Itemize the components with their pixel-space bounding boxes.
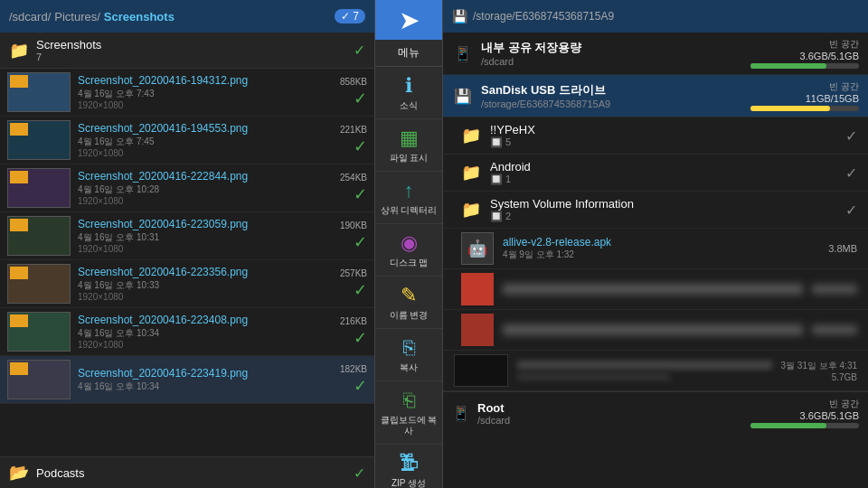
dark-meta: 3월 31일 보후 4:31 5.7GB — [781, 360, 857, 382]
menu-label: 디스크 맵 — [390, 258, 429, 268]
file-size: 221KB — [340, 125, 367, 135]
menu-item-이름 변경[interactable]: ✎ 이름 변경 — [375, 277, 442, 329]
menu-item-소식[interactable]: ℹ 소식 — [375, 67, 442, 119]
ypeHX-folder[interactable]: 📁 !!YPeHX 🔲 5 ✓ — [443, 117, 868, 155]
file-item[interactable]: Screenshot_20200416-223408.png 4월 16일 오후… — [0, 308, 374, 356]
file-name: Screenshot_20200416-223059.png — [78, 218, 333, 230]
file-thumbnail — [7, 216, 71, 256]
apk-icon: 🤖 — [467, 239, 487, 258]
file-name: Screenshot_20200416-194553.png — [78, 122, 333, 135]
file-size: 257KB — [340, 268, 367, 278]
apk-size: 3.8MB — [828, 243, 857, 254]
menu-icon: ℹ — [405, 74, 412, 98]
blurred-row-2[interactable] — [443, 310, 868, 351]
file-date: 4월 16일 오후 7:43 — [78, 88, 333, 100]
file-info: Screenshot_20200416-194312.png 4월 16일 오후… — [78, 74, 333, 110]
left-panel: /sdcard/ Pictures/ Screenshots ✓ 7 📁 Scr… — [0, 0, 375, 488]
dark-text-sub — [517, 373, 670, 380]
menu-icon: ⎘ — [403, 336, 415, 360]
right-header-path: /storage/E6368745368715A9 — [473, 10, 614, 23]
dark-text-wrap — [517, 361, 772, 380]
internal-storage-item[interactable]: 📱 내부 공유 저장용량 /sdcard 빈 공간 3.6GB/5.1GB — [443, 33, 868, 75]
storage-path: /storage/E6368745368715A9 — [473, 10, 614, 23]
file-info: Screenshot_20200416-223059.png 4월 16일 오후… — [78, 218, 333, 254]
android-info: Android 🔲 1 — [490, 160, 836, 185]
ypeHX-info: !!YPeHX 🔲 5 — [490, 123, 836, 148]
menu-label: 복사 — [400, 362, 418, 373]
file-item[interactable]: Screenshot_20200416-194553.png 4월 16일 오후… — [0, 117, 374, 164]
menu-item-클립보드에 복사[interactable]: ⎗ 클립보드에 복사 — [375, 381, 442, 445]
file-date: 4월 16일 오후 10:28 — [78, 183, 333, 196]
file-check-icon: ✓ — [354, 136, 367, 156]
android-icon: 📁 — [461, 163, 481, 183]
file-check-icon: ✓ — [354, 280, 367, 300]
check-mark: ✓ — [341, 10, 350, 23]
file-dim: 1920×1080 — [78, 292, 333, 302]
menu-icon: ◉ — [401, 231, 418, 255]
file-count-badge: ✓ 7 — [335, 9, 365, 23]
breadcrumb-screenshots[interactable]: Screenshots — [104, 10, 175, 23]
sandisk-info: SanDisk USB 드라이브 /storage/E6368745368715… — [481, 82, 743, 109]
file-name: Screenshot_20200416-223356.png — [78, 266, 333, 278]
system-volume-icon: 📁 — [461, 200, 481, 220]
file-info: Screenshot_20200416-223419.png 4월 16일 오후… — [78, 367, 333, 393]
file-item[interactable]: Screenshot_20200416-223059.png 4월 16일 오후… — [0, 212, 374, 260]
system-volume-info: System Volume Information 🔲 2 — [490, 197, 836, 222]
android-name: Android — [490, 160, 836, 174]
apk-thumb: 🤖 — [461, 232, 494, 265]
ypeHX-name: !!YPeHX — [490, 123, 836, 136]
file-right: 221KB ✓ — [340, 125, 367, 156]
menu-item-복사[interactable]: ⎘ 복사 — [375, 329, 442, 381]
android-check: ✓ — [845, 164, 857, 182]
blurred-size-2 — [812, 325, 857, 334]
file-info: Screenshot_20200416-222844.png 4월 16일 오후… — [78, 170, 333, 206]
file-name: Screenshot_20200416-194312.png — [78, 74, 333, 87]
file-check-icon: ✓ — [354, 232, 367, 252]
podcasts-folder-row[interactable]: 📂 Podcasts ✓ — [0, 456, 374, 488]
file-item[interactable]: Screenshot_20200416-223356.png 4월 16일 오후… — [0, 260, 374, 308]
system-volume-check: ✓ — [845, 202, 857, 219]
android-sub: 🔲 1 — [490, 174, 836, 185]
android-folder[interactable]: 📁 Android 🔲 1 ✓ — [443, 155, 868, 192]
dark-large-row[interactable]: 3월 31일 보후 4:31 5.7GB — [443, 351, 868, 391]
menu-item-파일 표시[interactable]: ▦ 파일 표시 — [375, 119, 442, 172]
file-item[interactable]: Screenshot_20200416-194312.png 4월 16일 오후… — [0, 69, 374, 117]
file-date: 4월 16일 오후 10:34 — [78, 327, 333, 340]
menu-item-ZIP 생성[interactable]: 🗜 ZIP 생성 — [375, 445, 442, 488]
dark-thumb — [454, 354, 508, 387]
dark-text-line — [517, 361, 772, 370]
menu-item-디스크 맵[interactable]: ◉ 디스크 맵 — [375, 224, 442, 277]
file-item[interactable]: Screenshot_20200416-223419.png 4월 16일 오후… — [0, 356, 374, 404]
root-size: 3.6GB/5.1GB — [750, 410, 859, 421]
podcasts-folder-icon: 📂 — [9, 463, 29, 483]
system-volume-folder[interactable]: 📁 System Volume Information 🔲 2 ✓ — [443, 192, 868, 229]
blurred-row-1[interactable] — [443, 269, 868, 310]
breadcrumb-sdcard[interactable]: /sdcard/ — [9, 10, 51, 23]
root-name: Root — [477, 401, 743, 415]
root-icon: 📱 — [452, 405, 470, 422]
storage-header-icon: 💾 — [452, 9, 467, 23]
internal-storage-sub: /sdcard — [481, 56, 743, 67]
apk-file-row[interactable]: 🤖 allive-v2.8-release.apk 4월 9일 오후 1:32 … — [443, 229, 868, 269]
root-row[interactable]: 📱 Root /sdcard 빈 공간 3.6GB/5.1GB — [443, 391, 868, 434]
sandisk-storage-item[interactable]: 💾 SanDisk USB 드라이브 /storage/E63687453687… — [443, 75, 868, 117]
file-name: Screenshot_20200416-223408.png — [78, 314, 333, 326]
internal-storage-label: 빈 공간 — [750, 38, 859, 51]
screenshots-folder-row[interactable]: 📁 Screenshots 7 ✓ — [0, 33, 374, 69]
podcasts-name: Podcasts — [36, 466, 84, 480]
transfer-arrow[interactable]: ➤ — [375, 0, 442, 40]
menu-label: 소식 — [400, 100, 418, 111]
left-header: /sdcard/ Pictures/ Screenshots ✓ 7 — [0, 0, 374, 33]
menu-item-상위 디렉터리[interactable]: ↑ 상위 디렉터리 — [375, 172, 442, 224]
breadcrumb-pictures[interactable]: Pictures/ — [54, 10, 100, 23]
internal-storage-icon: 📱 — [452, 45, 474, 62]
apk-date: 4월 9일 오후 1:32 — [503, 249, 819, 261]
file-dim: 1920×1080 — [78, 100, 333, 110]
file-item[interactable]: Screenshot_20200416-222844.png 4월 16일 오후… — [0, 164, 374, 212]
sandisk-name: SanDisk USB 드라이브 — [481, 82, 743, 99]
blurred-text-1 — [503, 284, 803, 295]
folder-check-icon: ✓ — [354, 42, 365, 59]
file-size: 182KB — [340, 364, 367, 374]
file-right: 858KB ✓ — [340, 77, 367, 108]
sandisk-bar-wrap — [750, 106, 859, 111]
